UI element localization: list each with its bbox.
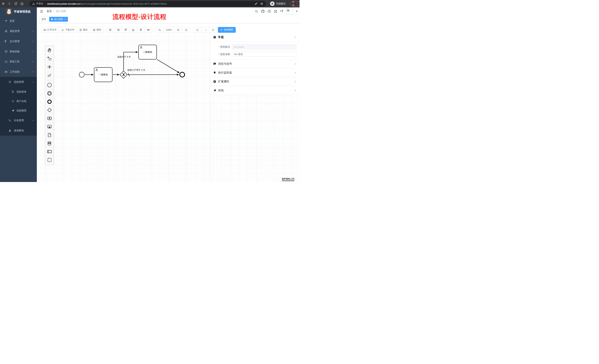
preview-icon [79, 28, 82, 31]
bookmark-star-icon[interactable] [260, 2, 264, 5]
sidebar-item-用户分组[interactable]: 用户分组 [0, 96, 37, 106]
sidebar-item-label: 系统管理 [10, 30, 20, 33]
flow-condition-label[interactable]: 请假小于等于 1 天 [127, 68, 145, 72]
panel-section-扩展属性[interactable]: 扩展属性 [210, 77, 300, 86]
tags-view-bar: 首页设计流程× [37, 15, 300, 23]
paper-plane-icon [11, 109, 14, 112]
sidebar-item-label: 工作流程 [10, 70, 20, 74]
back-icon[interactable] [0, 1, 6, 7]
section-general[interactable]: 常规 [210, 33, 300, 42]
home-icon[interactable] [19, 1, 25, 7]
sidebar-item-首页[interactable]: 首页 [0, 16, 37, 26]
user-task-level1[interactable]: 一级审批 [94, 67, 113, 82]
sidebar-item-系统管理[interactable]: 系统管理 [0, 26, 37, 36]
zoom-level[interactable]: 100% [164, 27, 174, 33]
sidebar-item-请假查询[interactable]: 请假查询 [0, 126, 37, 136]
app-title: 芋道管理系统 [14, 10, 31, 14]
palette-hand-tool[interactable] [45, 46, 54, 54]
palette-intermediate-event[interactable] [45, 89, 54, 98]
github-icon[interactable] [261, 9, 265, 13]
sidebar-item-label: 研发工具 [10, 60, 20, 63]
toolbar-zoom-in[interactable] [174, 27, 182, 33]
toolbar-button-模拟[interactable]: 模拟 [90, 27, 104, 33]
toolbar-restart[interactable] [209, 27, 217, 33]
start-event-icon [47, 83, 52, 88]
palette-group[interactable] [45, 156, 54, 164]
toolbar-align-right[interactable] [114, 27, 122, 33]
close-icon[interactable]: × [64, 18, 66, 20]
sidebar-item-支付管理[interactable]: ¥ 支付管理 [0, 36, 37, 46]
search-icon[interactable] [255, 10, 258, 13]
palette-data-store[interactable] [45, 139, 54, 147]
tab-设计流程[interactable]: 设计流程× [49, 17, 68, 22]
sidebar-item-label: 请假查询 [14, 129, 24, 132]
toolbar-undo[interactable] [194, 27, 202, 33]
toolbar-button-打开文件[interactable]: 打开文件 [41, 27, 59, 33]
palette-space-tool[interactable] [45, 63, 54, 71]
toolbar-align-top[interactable] [122, 27, 130, 33]
toolbar-align-bottom[interactable] [129, 27, 137, 33]
toolbar-align-center[interactable] [144, 27, 152, 33]
bpmn-io-watermark[interactable]: BPMN.iO [282, 177, 294, 181]
sidebar-item-任务管理[interactable]: 任务管理 [0, 115, 37, 126]
process-key-input[interactable]: oa_leave [232, 44, 297, 49]
palette-subprocess[interactable] [45, 122, 54, 131]
breadcrumb-home[interactable]: 首页 [47, 10, 52, 13]
save-model-button[interactable]: 保存模型 [218, 27, 236, 33]
collapse-sidebar-icon[interactable] [40, 10, 43, 13]
sidebar-item-label: 支付管理 [10, 40, 20, 43]
chevron-right-icon [294, 63, 297, 65]
sidebar-item-流程模型[interactable]: 流程模型 [0, 106, 37, 115]
help-icon[interactable] [267, 10, 271, 13]
panel-section-执行监听器[interactable]: 执行监听器 [210, 68, 300, 77]
tab-首页[interactable]: 首页 [40, 17, 48, 22]
sidebar-item-流程表单[interactable]: 流程表单 [0, 87, 37, 96]
chevron-up-icon [32, 71, 34, 73]
sidebar-item-基础设施[interactable]: 基础设施 [0, 46, 37, 57]
avatar[interactable] [286, 8, 293, 15]
chevron-right-icon [294, 71, 297, 74]
palette-lasso-tool[interactable] [45, 54, 54, 63]
toolbar-align-middle[interactable] [137, 27, 145, 33]
avatar-caret-icon[interactable] [296, 11, 298, 12]
panel-section-其他[interactable]: 其他 [210, 86, 300, 95]
flow-condition-label[interactable]: 请假大于 3 天 [117, 55, 131, 59]
user-task-level2[interactable]: 二级审批 [138, 45, 157, 59]
sidebar: 芋道管理系统 首页 系统管理 ¥ 支付管理 基础设施 研发工具 [0, 7, 37, 182]
password-key-icon[interactable] [255, 2, 258, 5]
toolbar-zoom-out[interactable] [155, 27, 164, 33]
palette-end-event[interactable] [45, 98, 54, 106]
address-bar[interactable]: 不安全 dashboard.yudao.iocoder.cn/bpm/manag… [30, 1, 266, 7]
panel-section-消息与信号[interactable]: 消息与信号 [210, 59, 300, 68]
browser-update-button[interactable]: 更新 [290, 1, 300, 6]
palette-user-task[interactable] [45, 114, 54, 122]
toolbar-button-预览[interactable]: 预览 [77, 27, 90, 33]
process-name-input[interactable]: OA 请假 [232, 52, 297, 57]
sidebar-item-研发工具[interactable]: 研发工具 [0, 57, 37, 67]
app-logo[interactable]: 芋道管理系统 [0, 7, 37, 16]
palette-participant[interactable] [45, 147, 54, 156]
fullscreen-icon[interactable] [274, 10, 277, 13]
lasso-tool-icon [47, 56, 52, 61]
toolbar-zoom-reset[interactable] [182, 27, 190, 33]
sidebar-item-工作流程[interactable]: 工作流程 [0, 67, 37, 77]
start-event[interactable] [79, 72, 85, 77]
browser-menu-icon[interactable] [296, 2, 298, 5]
toolbar-redo[interactable] [201, 27, 209, 33]
palette-global-connect-tool[interactable] [45, 71, 54, 79]
url-path: /bpm/manager/model/design?modelId=e4a1a1… [80, 2, 167, 5]
exclusive-gateway[interactable]: X [121, 72, 126, 77]
palette-data-object[interactable] [45, 131, 54, 139]
toolbar-align-left[interactable] [106, 27, 114, 33]
design-toolbar: 打开文件下载文件预览模拟 100% 保存模型 [37, 23, 300, 33]
forward-icon[interactable] [6, 1, 13, 7]
sidebar-item-流程管理[interactable]: 流程管理 [0, 77, 37, 87]
chevron-down-icon[interactable] [294, 36, 297, 38]
font-size-icon[interactable]: TT [280, 9, 283, 13]
end-event[interactable] [179, 72, 185, 77]
reload-icon[interactable] [13, 1, 19, 7]
task-label: 二级审批 [143, 51, 152, 54]
palette-start-event[interactable] [45, 81, 54, 89]
toolbar-button-下载文件[interactable]: 下载文件 [59, 27, 77, 33]
palette-gateway[interactable] [45, 106, 54, 114]
